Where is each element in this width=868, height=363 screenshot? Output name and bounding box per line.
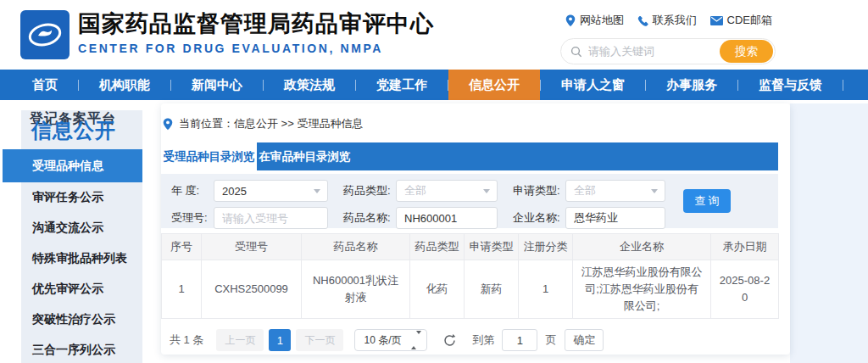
apply-type-select-value: 全部 — [574, 183, 596, 198]
col-drug-type: 药品类型 — [410, 234, 465, 260]
page-size-value: 10 条/页 — [364, 333, 401, 348]
query-button[interactable]: 查询 — [683, 189, 731, 213]
sidebar-item-accepted-varieties[interactable]: 受理品种信息 — [3, 149, 142, 182]
nav-item-info-disclosure[interactable]: 信息公开 — [448, 70, 540, 100]
refresh-icon[interactable] — [442, 333, 457, 348]
location-pin-icon — [565, 14, 576, 27]
stepper-arrows-icon — [411, 334, 421, 346]
company-input[interactable] — [574, 212, 657, 225]
content-card: 当前位置：信息公开 >> 受理品种信息 受理品种目录浏览 在审品种目录浏览 年 … — [161, 103, 790, 355]
nav-item-applicant-window[interactable]: 申请人之窗 — [541, 70, 645, 100]
cde-logo-icon — [20, 10, 70, 59]
year-select[interactable]: 2025 — [214, 180, 328, 202]
acceptance-no-label: 受理号: — [171, 210, 214, 226]
chevron-down-icon — [651, 189, 658, 193]
site-subtitle: CENTER FOR DRUG EVALUATION, NMPA — [78, 42, 434, 55]
confirm-button[interactable]: 确定 — [565, 329, 604, 351]
cell-company: 江苏恩华药业股份有限公司;江苏恩华药业股份有限公司; — [573, 260, 711, 319]
cde-mail-link[interactable]: CDE邮箱 — [710, 13, 772, 28]
sidebar-title: 信息公开 — [31, 117, 116, 144]
cell-reg-class: 1 — [519, 260, 573, 319]
col-seq: 序号 — [162, 234, 202, 260]
nav-item-policy[interactable]: 政策法规 — [264, 70, 355, 100]
tab-accepted-catalog[interactable]: 受理品种目录浏览 — [161, 142, 257, 170]
nav-item-services[interactable]: 办事服务 — [646, 70, 737, 100]
sidebar-header: 登记备案平台 信息公开 — [21, 110, 142, 149]
col-apply-type: 申请类型 — [465, 234, 519, 260]
nav-separator — [843, 80, 843, 91]
col-reg-class: 注册分类 — [519, 234, 573, 260]
cell-drug-name: NH600001乳状注射液 — [302, 260, 410, 319]
company-field-wrap — [565, 207, 665, 229]
site-header: 国家药品监督管理局药品审评中心 CENTER FOR DRUG EVALUATI… — [0, 0, 868, 70]
nav-item-party[interactable]: 党建工作 — [356, 70, 448, 100]
quick-links: 网站地图 联系我们 CDE邮箱 — [560, 13, 776, 28]
site-title-block: 国家药品监督管理局药品审评中心 CENTER FOR DRUG EVALUATI… — [78, 11, 434, 55]
table-header-row: 序号 受理号 药品名称 药品类型 申请类型 注册分类 企业名称 承办日期 — [162, 234, 779, 260]
cell-acceptance-no: CXHS2500099 — [202, 260, 302, 319]
drug-type-select-value: 全部 — [404, 183, 426, 198]
header-utilities: 网站地图 联系我们 CDE邮箱 搜索 — [560, 13, 776, 64]
goto-page-input[interactable] — [502, 329, 537, 351]
goto-prefix-label: 到第 — [472, 332, 494, 348]
drug-name-field-wrap — [396, 207, 498, 229]
prev-page-button[interactable]: 上一页 — [216, 329, 264, 351]
goto-suffix-label: 页 — [545, 332, 556, 348]
sidebar-item-special-approval[interactable]: 特殊审批品种列表 — [21, 243, 142, 274]
filter-panel: 年 度: 2025 药品类型: 全部 申请类型: 全部 受理号: — [161, 174, 778, 228]
contact-link-label: 联系我们 — [653, 13, 697, 28]
search-button[interactable]: 搜索 — [720, 40, 773, 63]
right-background-panel — [790, 103, 868, 363]
drug-name-label: 药品名称: — [343, 210, 396, 226]
mail-icon — [710, 16, 723, 25]
page-number-button[interactable]: 1 — [269, 329, 291, 351]
main-nav: 首页 机构职能 新闻中心 政策法规 党建工作 信息公开 申请人之窗 办事服务 监… — [0, 70, 868, 100]
search-input[interactable] — [588, 40, 715, 63]
drug-type-label: 药品类型: — [343, 183, 396, 198]
results-table: 序号 受理号 药品名称 药品类型 申请类型 注册分类 企业名称 承办日期 1 C… — [161, 233, 779, 319]
breadcrumb-label: 当前位置：信息公开 >> 受理品种信息 — [179, 116, 363, 131]
cell-date: 2025-08-20 — [711, 260, 779, 319]
tab-bar: 受理品种目录浏览 在审品种目录浏览 — [161, 142, 778, 170]
next-page-button[interactable]: 下一页 — [296, 329, 343, 351]
nav-item-functions[interactable]: 机构职能 — [79, 70, 170, 100]
cell-apply-type: 新药 — [465, 260, 519, 319]
contact-link[interactable]: 联系我们 — [637, 13, 697, 28]
sidebar-item-three-in-one[interactable]: 三合一序列公示 — [21, 335, 142, 363]
company-label: 企业名称: — [513, 210, 565, 226]
sidebar: 登记备案平台 信息公开 受理品种信息 审评任务公示 沟通交流公示 特殊审批品种列… — [21, 110, 142, 363]
nav-item-news[interactable]: 新闻中心 — [171, 70, 263, 100]
pagination: 共 1 条 上一页 1 下一页 10 条/页 到第 页 确定 — [170, 329, 778, 351]
nav-item-supervision[interactable]: 监督与反馈 — [738, 70, 843, 100]
search-icon — [570, 46, 582, 58]
tab-under-review-catalog[interactable]: 在审品种目录浏览 — [257, 142, 353, 170]
sitemap-link-label: 网站地图 — [580, 13, 624, 28]
acceptance-no-input[interactable] — [222, 212, 320, 225]
apply-type-select[interactable]: 全部 — [565, 180, 665, 202]
cell-drug-type: 化药 — [410, 260, 465, 319]
page-size-select[interactable]: 10 条/页 — [354, 329, 427, 351]
location-pin-icon — [163, 118, 173, 131]
year-select-value: 2025 — [222, 185, 247, 198]
nav-item-home[interactable]: 首页 — [12, 70, 78, 100]
sidebar-item-breakthrough-therapy[interactable]: 突破性治疗公示 — [21, 304, 142, 335]
year-label: 年 度: — [171, 183, 214, 198]
sidebar-item-priority-review[interactable]: 优先审评公示 — [21, 274, 142, 304]
breadcrumb: 当前位置：信息公开 >> 受理品种信息 — [163, 116, 778, 131]
total-count: 共 1 条 — [170, 332, 203, 348]
phone-icon — [637, 15, 648, 26]
drug-name-input[interactable] — [404, 212, 489, 225]
site-search: 搜索 — [560, 38, 776, 64]
col-date: 承办日期 — [711, 234, 779, 260]
col-company: 企业名称 — [573, 234, 711, 260]
chevron-down-icon — [314, 189, 320, 193]
sidebar-item-communication[interactable]: 沟通交流公示 — [21, 213, 142, 243]
col-acceptance-no: 受理号 — [202, 234, 302, 260]
chevron-down-icon — [483, 189, 490, 193]
sidebar-item-review-tasks[interactable]: 审评任务公示 — [21, 182, 142, 213]
table-row: 1 CXHS2500099 NH600001乳状注射液 化药 新药 1 江苏恩华… — [162, 260, 779, 319]
main-area: 登记备案平台 信息公开 受理品种信息 审评任务公示 沟通交流公示 特殊审批品种列… — [0, 100, 868, 363]
drug-type-select[interactable]: 全部 — [396, 180, 498, 202]
apply-type-label: 申请类型: — [513, 183, 565, 198]
sitemap-link[interactable]: 网站地图 — [565, 13, 624, 28]
